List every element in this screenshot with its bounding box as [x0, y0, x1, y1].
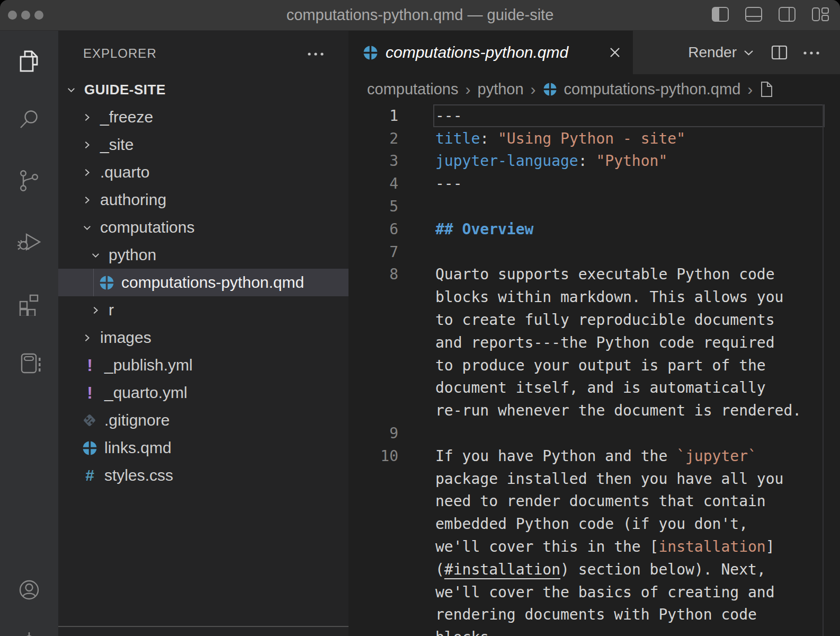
code-line-wrap: we'll cover this in the [installation] — [348, 535, 840, 558]
code-line-wrap: document itself, and is automatically — [348, 377, 840, 400]
code-text: package installed then you have all you — [435, 470, 783, 488]
explorer-icon[interactable] — [17, 49, 41, 74]
code-text: --- — [435, 107, 462, 125]
tree-item-label: r — [109, 301, 114, 319]
breadcrumb-item-computations[interactable]: computations — [367, 81, 459, 98]
split-editor-icon[interactable] — [771, 45, 788, 60]
code-text: need to render documents that contain — [435, 492, 766, 510]
code-text: Quarto supports executable Python code — [435, 266, 775, 283]
code-text: blocks within markdown. This allows you — [435, 288, 783, 306]
code-line-wrap: to create fully reproducible documents — [348, 308, 840, 331]
code-text: embedded Python code (if you don't, — [435, 515, 748, 533]
explorer-sidebar: EXPLORER GUIDE-SITE_freeze_site.quartoau… — [58, 31, 348, 636]
chevron-down-icon[interactable] — [743, 49, 754, 56]
wrap-column-ruler — [823, 104, 824, 636]
line-number: 5 — [348, 198, 398, 215]
tree-item-links-qmd[interactable]: links.qmd — [58, 434, 348, 462]
breadcrumb: computations › python › computations-pyt… — [348, 74, 840, 104]
code-line-1: 1--- — [348, 104, 840, 127]
code-line-7: 7 — [348, 241, 840, 263]
minimize-window-button[interactable] — [21, 11, 30, 20]
tree-item--quarto[interactable]: .quarto — [58, 158, 348, 186]
account-icon[interactable] — [17, 578, 41, 602]
run-and-debug-icon[interactable] — [17, 229, 41, 254]
code-line-wrap: (#installation) section below). Next, — [348, 558, 840, 581]
toggle-panel-icon[interactable] — [745, 6, 763, 24]
extensions-icon[interactable] — [17, 292, 41, 316]
tree-item-computations[interactable]: computations — [58, 214, 348, 241]
tree-item-styles-css[interactable]: #styles.css — [58, 462, 348, 489]
source-control-icon[interactable] — [17, 169, 41, 193]
line-number: 9 — [348, 425, 398, 442]
tree-item-label: _quarto.yml — [104, 384, 187, 402]
tree-item-label: .quarto — [100, 163, 149, 181]
code-line-wrap: rendering documents with Python code — [348, 604, 840, 626]
line-number: 7 — [348, 243, 398, 261]
breadcrumb-separator: › — [747, 81, 753, 99]
render-button[interactable]: Render — [688, 44, 737, 61]
code-text: jupyter-language: "Python" — [435, 152, 667, 170]
traffic-lights — [8, 0, 43, 30]
git-file-icon — [82, 413, 104, 428]
notebook-icon[interactable] — [17, 351, 41, 376]
tree-item-label: GUIDE-SITE — [84, 82, 166, 98]
vscode-window: computations-python.qmd — guide-site — [0, 0, 840, 636]
tree-item-label: .gitignore — [104, 411, 169, 429]
tree-item-computations-python-qmd[interactable]: computations-python.qmd — [58, 269, 348, 296]
window-title: computations-python.qmd — guide-site — [287, 6, 554, 24]
maximize-window-button[interactable] — [34, 11, 43, 20]
line-number: 1 — [348, 107, 398, 125]
outline-section[interactable]: OUTLINE — [58, 626, 348, 636]
close-window-button[interactable] — [8, 11, 17, 20]
explorer-header: EXPLORER — [58, 31, 348, 76]
breadcrumb-separator: › — [531, 81, 536, 99]
tree-item-authoring[interactable]: authoring — [58, 186, 348, 214]
tree-item-python[interactable]: python — [58, 241, 348, 269]
quarto-file-icon — [363, 45, 378, 60]
tree-item--quarto-yml[interactable]: !_quarto.yml — [58, 379, 348, 407]
code-text: we'll cover the basics of creating and — [435, 584, 775, 601]
explorer-more-actions-icon[interactable] — [307, 49, 325, 58]
document-icon — [759, 81, 774, 98]
tree-item-guide-site[interactable]: GUIDE-SITE — [58, 76, 348, 103]
settings-gear-icon[interactable] — [17, 630, 41, 636]
editor-group: computations-python.qmd Render computati… — [348, 31, 840, 636]
code-text: blocks. — [435, 629, 498, 636]
customize-layout-icon[interactable] — [811, 6, 829, 24]
line-number: 6 — [348, 220, 398, 238]
code-line-wrap: blocks. — [348, 626, 840, 636]
chevron-right-icon — [82, 140, 100, 150]
chevron-right-icon — [82, 112, 100, 122]
code-line-wrap: and reports---the Python code required — [348, 331, 840, 354]
tree-item-label: styles.css — [104, 466, 173, 484]
tree-item--site[interactable]: _site — [58, 131, 348, 158]
tab-bar: computations-python.qmd Render — [348, 31, 840, 74]
code-line-5: 5 — [348, 195, 840, 218]
more-actions-icon[interactable] — [802, 48, 820, 57]
tree-item--publish-yml[interactable]: !_publish.yml — [58, 351, 348, 379]
breadcrumb-item-file[interactable]: computations-python.qmd — [564, 81, 741, 98]
code-text: rendering documents with Python code — [435, 606, 757, 623]
code-text: re-run whenever the document is rendered… — [435, 402, 801, 419]
breadcrumb-item-python[interactable]: python — [478, 81, 524, 98]
code-line-wrap: to produce your output is part of the — [348, 354, 840, 377]
tree-item-label: images — [100, 329, 151, 347]
close-tab-icon[interactable] — [609, 46, 621, 59]
search-icon[interactable] — [17, 108, 41, 132]
tree-item--gitignore[interactable]: .gitignore — [58, 407, 348, 434]
file-tree: GUIDE-SITE_freeze_site.quartoauthoringco… — [58, 76, 348, 489]
tree-item-images[interactable]: images — [58, 324, 348, 351]
chevron-down-icon — [66, 85, 84, 95]
tree-item-label: computations — [100, 218, 194, 236]
tree-item-r[interactable]: r — [58, 296, 348, 324]
tab-computations-python[interactable]: computations-python.qmd — [348, 31, 633, 74]
code-line-wrap: blocks within markdown. This allows you — [348, 286, 840, 308]
code-line-8: 8Quarto supports executable Python code — [348, 263, 840, 286]
toggle-sidebar-icon[interactable] — [711, 6, 729, 24]
toggle-secondary-sidebar-icon[interactable] — [778, 6, 796, 24]
tree-item--freeze[interactable]: _freeze — [58, 103, 348, 131]
tree-item-label: python — [109, 246, 156, 264]
chevron-right-icon — [82, 333, 100, 343]
code-text: we'll cover this in the [installation] — [435, 538, 775, 555]
tree-item-label: links.qmd — [104, 439, 172, 457]
